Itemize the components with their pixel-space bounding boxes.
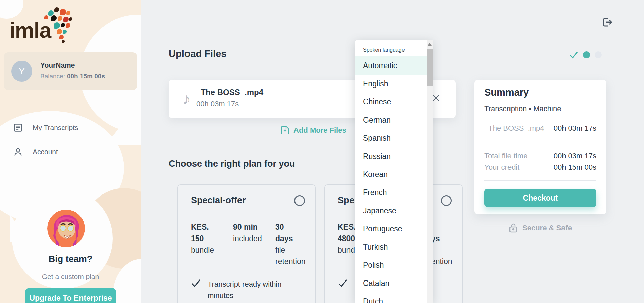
team-avatar-illustration (47, 210, 85, 247)
sidebar-item-label: Account (33, 148, 58, 156)
file-duration: 00h 03m 17s (196, 100, 239, 109)
check-icon (191, 278, 201, 288)
plan-details: KES.150bundle 90 minincluded 30 daysfile… (191, 221, 308, 267)
progress-steps (569, 50, 602, 59)
sidebar-item-account[interactable]: Account (0, 144, 141, 160)
summary-file-duration: 00h 03m 17s (554, 124, 596, 133)
spoken-language-label: Spoken language (363, 47, 405, 53)
check-icon (338, 278, 348, 288)
logo-africa-mosaic (44, 7, 74, 44)
your-credit-value: 00h 15m 00s (554, 163, 596, 172)
plan-name: Special-offer (191, 195, 246, 206)
user-name: YourName (40, 61, 75, 69)
divider (484, 142, 596, 142)
language-option[interactable]: German (355, 111, 427, 129)
language-option[interactable]: Chinese (355, 93, 427, 111)
music-note-icon: ♪ (183, 91, 191, 106)
page-title: Upload Files (169, 48, 226, 59)
language-option[interactable]: Japanese (355, 202, 427, 220)
scroll-up-arrow-icon[interactable] (428, 43, 432, 46)
user-balance-card[interactable]: Y YourName Balance:00h 15m 00s (4, 52, 137, 90)
language-option[interactable]: Spanish (355, 129, 427, 147)
language-option[interactable]: Russian (355, 147, 427, 165)
user-balance: Balance:00h 15m 00s (40, 73, 105, 80)
language-option[interactable]: Dutch (355, 292, 427, 303)
plan-feature: Transcript ready within minutes (191, 278, 293, 301)
plan-price-label: bundle (191, 244, 217, 256)
summary-subtitle: Transcription • Machine (484, 104, 561, 113)
sidebar-item-my-transcripts[interactable]: My Transcripts (0, 120, 141, 136)
lock-icon (509, 223, 518, 233)
scrollbar-thumb[interactable] (427, 49, 433, 86)
summary-title: Summary (484, 87, 529, 98)
step-complete-check-icon (569, 50, 578, 59)
plan-price: KES. (191, 221, 217, 233)
language-option[interactable]: Korean (355, 165, 427, 183)
language-option[interactable]: English (355, 75, 427, 93)
sidebar: imla Y YourName Balance:00h 15m 00s (0, 0, 141, 303)
plan-radio[interactable] (441, 195, 452, 206)
dropdown-scrollbar[interactable] (427, 40, 433, 303)
team-subtitle: Get a custom plan (0, 273, 141, 281)
woman-avatar-icon (47, 210, 85, 247)
language-option[interactable]: Turkish (355, 238, 427, 256)
language-options: AutomaticEnglishChineseGermanSpanishRuss… (355, 56, 427, 303)
transcripts-icon (13, 123, 23, 132)
total-file-time-label: Total file time (484, 152, 527, 160)
summary-total-row: Total file time 00h 03m 17s (484, 152, 596, 160)
app-logo: imla (9, 12, 51, 34)
summary-file-name: _The BOSS_.mp4 (484, 124, 544, 133)
upgrade-enterprise-button[interactable]: Upgrade To Enterprise (25, 288, 116, 303)
secure-safe-label: Secure & Safe (522, 224, 572, 232)
add-file-icon (281, 126, 289, 135)
avatar: Y (11, 61, 32, 82)
plan-feature-text: Transcript ready within minutes (208, 278, 293, 301)
balance-value: 00h 15m 00s (67, 73, 105, 80)
step-upcoming-dot (595, 51, 602, 58)
summary-file-row: _The BOSS_.mp4 00h 03m 17s (484, 124, 596, 133)
step-current-dot (583, 51, 590, 58)
summary-card: Summary Transcription • Machine _The BOS… (474, 80, 606, 214)
balance-label: Balance: (40, 73, 65, 80)
spoken-language-dropdown: Spoken language AutomaticEnglishChineseG… (355, 40, 433, 303)
language-option[interactable]: Automatic (355, 56, 427, 75)
language-option[interactable]: Portuguese (355, 220, 427, 238)
plan-card-special-offer-150[interactable]: Special-offer KES.150bundle 90 mininclud… (177, 184, 316, 303)
plan-radio[interactable] (294, 195, 305, 206)
account-icon (13, 147, 23, 157)
plan-minutes: 90 min (233, 221, 263, 233)
language-option[interactable]: Polish (355, 256, 427, 274)
team-title: Big team? (0, 254, 141, 264)
checkout-button[interactable]: Checkout (484, 189, 596, 207)
summary-credit-row: Your credit 00h 15m 00s (484, 163, 596, 172)
divider (484, 180, 596, 181)
sidebar-item-label: My Transcripts (33, 124, 78, 132)
add-more-files-label: Add More Files (293, 126, 346, 135)
plan-minutes-label: included (233, 233, 263, 244)
logout-icon[interactable] (601, 16, 613, 28)
total-file-time-value: 00h 03m 17s (554, 152, 596, 160)
secure-safe-note: Secure & Safe (474, 223, 606, 233)
language-option[interactable]: Catalan (355, 274, 427, 292)
file-name: _The BOSS_.mp4 (196, 88, 263, 97)
plan-retention-label: file retention (275, 244, 302, 267)
your-credit-label: Your credit (484, 163, 519, 172)
plan-retention: 30 days (275, 221, 302, 244)
language-option[interactable]: French (355, 183, 427, 202)
add-more-files-button[interactable]: Add More Files (281, 126, 346, 135)
plans-heading: Choose the right plan for you (169, 159, 295, 169)
